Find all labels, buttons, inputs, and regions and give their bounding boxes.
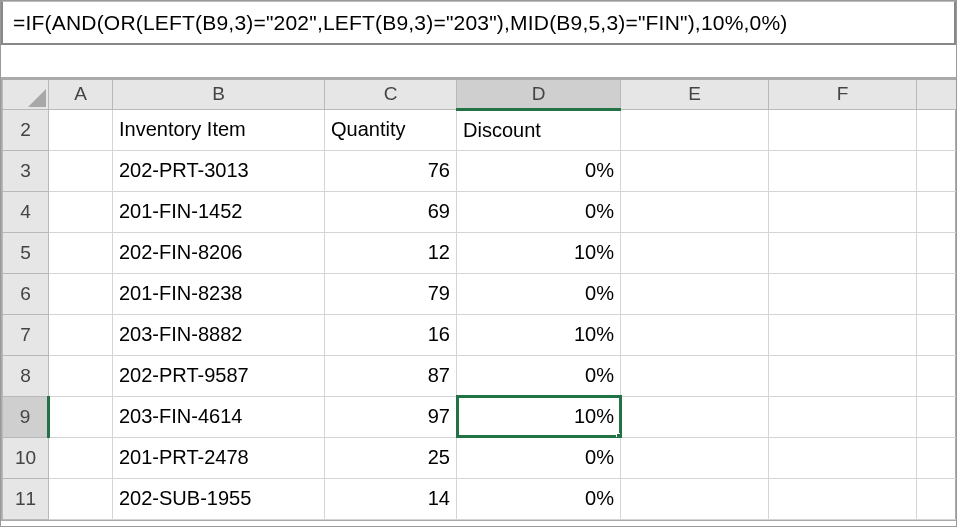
cell-C11[interactable]: 14	[325, 478, 457, 519]
cell-B8[interactable]: 202-PRT-9587	[113, 355, 325, 396]
cell-C5[interactable]: 12	[325, 232, 457, 273]
cell-F3[interactable]	[769, 150, 917, 191]
table-row: 11 202-SUB-1955 14 0%	[3, 478, 958, 519]
cell-D11[interactable]: 0%	[457, 478, 621, 519]
cell-E5[interactable]	[621, 232, 769, 273]
cell-C9[interactable]: 97	[325, 396, 457, 437]
cell-F10[interactable]	[769, 437, 917, 478]
row-header-4[interactable]: 4	[3, 191, 49, 232]
cell-B6[interactable]: 201-FIN-8238	[113, 273, 325, 314]
table-row: 6 201-FIN-8238 79 0%	[3, 273, 958, 314]
cell-A7[interactable]	[49, 314, 113, 355]
cell-B9[interactable]: 203-FIN-4614	[113, 396, 325, 437]
column-header-B[interactable]: B	[113, 79, 325, 109]
table-row: 5 202-FIN-8206 12 10%	[3, 232, 958, 273]
column-header-E[interactable]: E	[621, 79, 769, 109]
spreadsheet-grid[interactable]: A B C D E F G 2 Inventory Item Quantity …	[1, 77, 956, 521]
cell-C7[interactable]: 16	[325, 314, 457, 355]
cell-C3[interactable]: 76	[325, 150, 457, 191]
cell-B10[interactable]: 201-PRT-2478	[113, 437, 325, 478]
cell-E2[interactable]	[621, 109, 769, 150]
cell-E6[interactable]	[621, 273, 769, 314]
cell-F2[interactable]	[769, 109, 917, 150]
row-header-11[interactable]: 11	[3, 478, 49, 519]
select-all-corner[interactable]	[3, 79, 49, 109]
cell-value: 10%	[574, 405, 614, 427]
cell-G9[interactable]	[917, 396, 958, 437]
cell-B2[interactable]: Inventory Item	[113, 109, 325, 150]
cell-C6[interactable]: 79	[325, 273, 457, 314]
column-header-C[interactable]: C	[325, 79, 457, 109]
cell-C8[interactable]: 87	[325, 355, 457, 396]
cell-B7[interactable]: 203-FIN-8882	[113, 314, 325, 355]
cell-D7[interactable]: 10%	[457, 314, 621, 355]
cell-G10[interactable]	[917, 437, 958, 478]
fill-handle[interactable]	[616, 433, 621, 438]
select-all-triangle-icon	[28, 89, 46, 107]
cell-A10[interactable]	[49, 437, 113, 478]
cell-E4[interactable]	[621, 191, 769, 232]
cell-G3[interactable]	[917, 150, 958, 191]
cell-C2[interactable]: Quantity	[325, 109, 457, 150]
cell-D5[interactable]: 10%	[457, 232, 621, 273]
table-row: 7 203-FIN-8882 16 10%	[3, 314, 958, 355]
cell-G4[interactable]	[917, 191, 958, 232]
row-header-5[interactable]: 5	[3, 232, 49, 273]
cell-E7[interactable]	[621, 314, 769, 355]
cell-B4[interactable]: 201-FIN-1452	[113, 191, 325, 232]
cell-E8[interactable]	[621, 355, 769, 396]
row-header-7[interactable]: 7	[3, 314, 49, 355]
cell-D6[interactable]: 0%	[457, 273, 621, 314]
formula-bar[interactable]: =IF(AND(OR(LEFT(B9,3)="202",LEFT(B9,3)="…	[1, 1, 956, 45]
cell-B11[interactable]: 202-SUB-1955	[113, 478, 325, 519]
cell-B3[interactable]: 202-PRT-3013	[113, 150, 325, 191]
cell-F7[interactable]	[769, 314, 917, 355]
row-header-2[interactable]: 2	[3, 109, 49, 150]
row-header-9[interactable]: 9	[3, 396, 49, 437]
cell-D9[interactable]: 10%	[457, 396, 621, 437]
cell-F4[interactable]	[769, 191, 917, 232]
cell-A5[interactable]	[49, 232, 113, 273]
cell-D8[interactable]: 0%	[457, 355, 621, 396]
column-header-A[interactable]: A	[49, 79, 113, 109]
cell-E11[interactable]	[621, 478, 769, 519]
cell-G2[interactable]	[917, 109, 958, 150]
cell-G5[interactable]	[917, 232, 958, 273]
cell-A4[interactable]	[49, 191, 113, 232]
cell-A8[interactable]	[49, 355, 113, 396]
cell-A11[interactable]	[49, 478, 113, 519]
column-header-D[interactable]: D	[457, 79, 621, 109]
cell-G6[interactable]	[917, 273, 958, 314]
cell-B5[interactable]: 202-FIN-8206	[113, 232, 325, 273]
cell-A2[interactable]	[49, 109, 113, 150]
cell-C10[interactable]: 25	[325, 437, 457, 478]
cell-E3[interactable]	[621, 150, 769, 191]
cell-F5[interactable]	[769, 232, 917, 273]
row-header-6[interactable]: 6	[3, 273, 49, 314]
row-header-8[interactable]: 8	[3, 355, 49, 396]
table-row: 9 203-FIN-4614 97 10%	[3, 396, 958, 437]
cell-F11[interactable]	[769, 478, 917, 519]
table-row: 4 201-FIN-1452 69 0%	[3, 191, 958, 232]
row-header-10[interactable]: 10	[3, 437, 49, 478]
cell-G8[interactable]	[917, 355, 958, 396]
cell-F9[interactable]	[769, 396, 917, 437]
cell-D3[interactable]: 0%	[457, 150, 621, 191]
cell-A9[interactable]	[49, 396, 113, 437]
cell-A3[interactable]	[49, 150, 113, 191]
cell-G7[interactable]	[917, 314, 958, 355]
cell-A6[interactable]	[49, 273, 113, 314]
column-header-G[interactable]: G	[917, 79, 958, 109]
cell-G11[interactable]	[917, 478, 958, 519]
row-header-3[interactable]: 3	[3, 150, 49, 191]
cell-F6[interactable]	[769, 273, 917, 314]
cell-D10[interactable]: 0%	[457, 437, 621, 478]
table-row: 10 201-PRT-2478 25 0%	[3, 437, 958, 478]
cell-E9[interactable]	[621, 396, 769, 437]
cell-D4[interactable]: 0%	[457, 191, 621, 232]
cell-F8[interactable]	[769, 355, 917, 396]
column-header-F[interactable]: F	[769, 79, 917, 109]
cell-D2[interactable]: Discount	[457, 109, 621, 150]
cell-C4[interactable]: 69	[325, 191, 457, 232]
cell-E10[interactable]	[621, 437, 769, 478]
